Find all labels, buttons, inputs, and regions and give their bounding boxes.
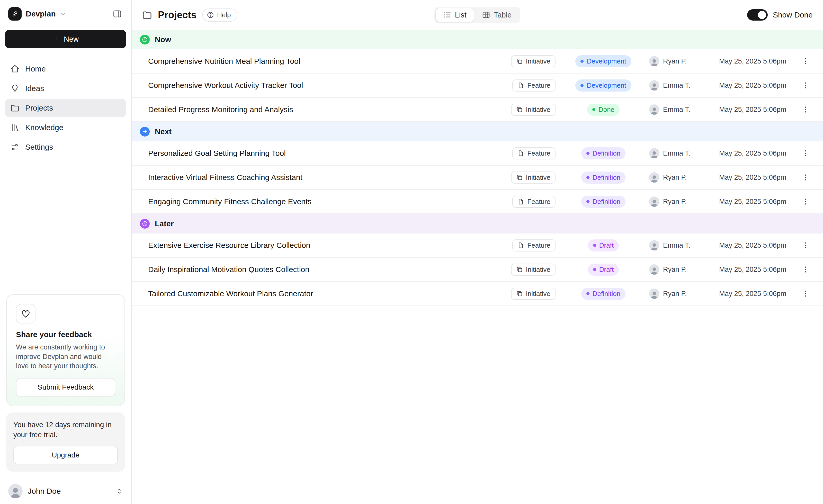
project-title: Extensive Exercise Resource Library Coll… [148,241,488,250]
project-row[interactable]: Comprehensive Workout Activity Tracker T… [132,73,823,98]
sidebar-item-home[interactable]: Home [5,60,126,78]
row-menu-button[interactable] [799,195,812,208]
status-dot [587,200,590,203]
project-row[interactable]: Interactive Virtual Fitness Coaching Ass… [132,166,823,190]
section-name: Later [155,219,174,228]
section-name: Now [155,35,171,44]
kebab-icon [801,149,810,157]
sidebar: Devplan New Home Ideas Projects Knowledg… [0,0,132,504]
row-date: May 25, 2025 5:06pm [719,106,796,114]
section-name: Next [155,127,172,136]
avatar [649,80,659,91]
project-row[interactable]: Daily Inspirational Motivation Quotes Co… [132,258,823,282]
avatar [649,240,659,250]
project-title: Comprehensive Nutrition Meal Planning To… [148,57,488,65]
row-menu-button[interactable] [799,288,812,300]
sidebar-item-settings[interactable]: Settings [5,138,126,156]
type-label: Initiative [526,266,550,274]
folder-icon [142,10,152,20]
kebab-icon [801,106,810,114]
row-date: May 25, 2025 5:06pm [719,81,796,90]
row-menu-button[interactable] [799,55,812,67]
status-badge: Definition [581,288,626,300]
status-label: Draft [599,266,614,274]
avatar [649,148,659,158]
lightbulb-icon [10,84,20,93]
new-button[interactable]: New [5,30,126,48]
heart-icon-badge [16,304,35,324]
type-label: Feature [527,81,550,90]
project-title: Engaging Community Fitness Challenge Eve… [148,197,488,206]
type-label: Initiative [526,174,550,182]
section-header-later: Later [132,214,823,233]
project-row[interactable]: Tailored Customizable Workout Plans Gene… [132,282,823,306]
workspace-switcher[interactable]: Devplan [8,7,66,21]
row-date: May 25, 2025 5:06pm [719,266,796,274]
status-label: Definition [593,149,620,157]
show-done-toggle[interactable] [747,9,768,21]
row-menu-button[interactable] [799,79,812,92]
feedback-card: Share your feedback We are constantly wo… [6,294,125,406]
initiative-icon [516,106,523,113]
project-row[interactable]: Detailed Progress Monitoring and Analysi… [132,98,823,122]
trial-box: You have 12 days remaining in your free … [6,412,125,472]
type-badge: Initiative [511,104,555,116]
trial-message: You have 12 days remaining in your free … [13,419,118,440]
arrow-right-icon [140,127,150,137]
submit-feedback-button[interactable]: Submit Feedback [16,378,115,396]
avatar [649,264,659,275]
initiative-icon [516,174,523,181]
project-title: Daily Inspirational Motivation Quotes Co… [148,265,488,274]
status-dot [581,60,584,63]
status-badge: Development [575,79,631,92]
status-badge: Definition [581,196,626,208]
chevrons-up-down-icon [116,488,123,495]
sidebar-item-ideas[interactable]: Ideas [5,79,126,98]
row-menu-button[interactable] [799,147,812,159]
user-menu[interactable]: John Doe [0,478,131,504]
status-badge: Development [575,55,631,67]
assignee-name: Emma T. [663,106,690,114]
feedback-body: We are constantly working to improve Dev… [16,343,115,370]
status-dot [592,108,596,111]
row-menu-button[interactable] [799,103,812,116]
status-badge: Draft [588,264,619,276]
clock-icon [140,35,150,44]
status-label: Definition [593,290,620,298]
assignee-name: Emma T. [663,241,690,249]
tab-table[interactable]: Table [475,8,519,22]
project-title: Interactive Virtual Fitness Coaching Ass… [148,173,488,182]
row-menu-button[interactable] [799,171,812,184]
status-badge: Draft [588,239,619,251]
project-row[interactable]: Personalized Goal Setting Planning Tool … [132,141,823,166]
user-name: John Doe [28,487,61,496]
sidebar-item-projects[interactable]: Projects [5,99,126,117]
project-row[interactable]: Comprehensive Nutrition Meal Planning To… [132,49,823,73]
type-label: Initiative [526,290,550,298]
type-badge: Initiative [511,288,555,300]
avatar [649,289,659,299]
tab-list[interactable]: List [436,8,474,22]
upgrade-button[interactable]: Upgrade [13,446,118,464]
project-row[interactable]: Extensive Exercise Resource Library Coll… [132,233,823,258]
project-row[interactable]: Engaging Community Fitness Challenge Eve… [132,190,823,214]
sidebar-item-knowledge[interactable]: Knowledge [5,118,126,137]
feature-icon [517,242,524,248]
type-badge: Initiative [511,264,555,276]
status-dot [593,244,596,247]
plus-icon [52,35,60,43]
assignee-name: Emma T. [663,81,690,90]
help-button[interactable]: Help [202,8,237,22]
assignee-name: Ryan P. [663,266,687,274]
row-menu-button[interactable] [799,239,812,251]
feature-icon [517,198,524,205]
status-badge: Definition [581,172,626,184]
status-dot [593,268,596,271]
status-label: Done [599,106,615,114]
kebab-icon [801,241,810,249]
sidebar-collapse-button[interactable] [112,8,123,20]
page-header: Projects Help List Table Show Done [132,0,823,30]
type-label: Initiative [526,106,550,114]
row-menu-button[interactable] [799,263,812,276]
row-date: May 25, 2025 5:06pm [719,241,796,249]
